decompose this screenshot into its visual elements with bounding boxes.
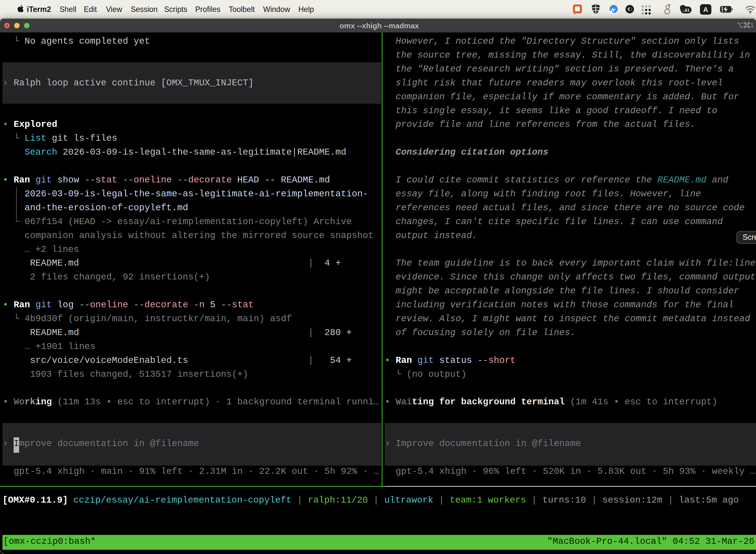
svg-text:A: A	[703, 6, 708, 13]
svg-text:1: 1	[750, 22, 754, 28]
svg-text:..61: ..61	[683, 8, 690, 13]
